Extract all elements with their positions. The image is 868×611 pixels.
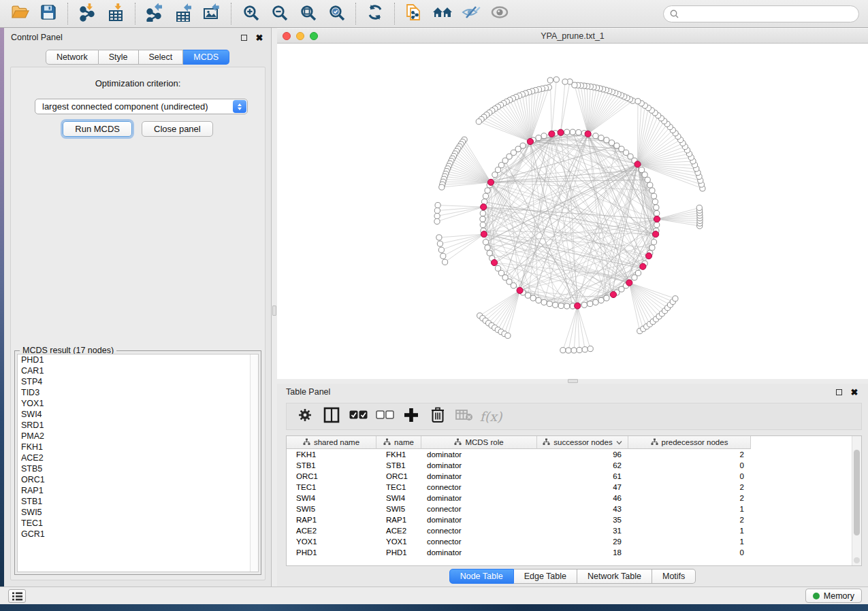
network-window-title: YPA_prune.txt_1 [277,31,868,41]
result-list-item[interactable]: ACE2 [18,452,258,463]
tab-select[interactable]: Select [139,50,184,65]
cell-predecessor_nodes: 1 [628,536,751,547]
first-neighbors-button[interactable] [430,2,455,25]
copy-network-icon [405,3,423,24]
show-all-button[interactable] [487,2,512,25]
copy-network-button[interactable] [402,2,426,25]
save-button[interactable] [36,2,61,25]
horizontal-splitter[interactable] [277,379,868,384]
search-box[interactable] [663,5,859,22]
columns-button[interactable] [321,406,342,427]
tab-network-table[interactable]: Network Table [577,569,652,584]
table-row[interactable]: SWI5SWI5connector431 [287,503,861,514]
column-header-predecessor-nodes[interactable]: predecessor nodes [628,436,751,449]
tab-network[interactable]: Network [46,50,99,65]
close-panel-button[interactable]: Close panel [142,121,213,137]
result-list-item[interactable]: PMA2 [18,431,258,442]
control-panel-close-button[interactable]: ✖ [255,33,264,42]
table-panel-float-button[interactable] [834,387,843,397]
refresh-button[interactable] [363,2,387,25]
memory-button-label: Memory [824,591,854,601]
mcds-result-list[interactable]: PHD1CAR1STP4TID3YOX1SWI4SRD1PMA2FKH1ACE2… [17,354,259,572]
table-scrollbar[interactable] [852,436,861,565]
search-input[interactable] [683,10,846,19]
task-history-button[interactable] [8,589,26,603]
table-row[interactable]: STB1STB1dominator620 [287,460,861,471]
zoom-in-button[interactable] [238,2,263,25]
zoom-fit-button[interactable] [295,2,320,25]
column-header-name[interactable]: name [376,436,421,449]
result-list-item[interactable]: STP4 [18,376,258,387]
result-list-item[interactable]: RAP1 [18,485,258,496]
column-header-label: shared name [314,438,359,446]
control-panel-float-button[interactable] [239,33,248,42]
result-list-item[interactable]: SRD1 [18,420,258,431]
result-list-item[interactable]: SWI5 [18,507,258,518]
column-header-label: name [394,438,414,446]
import-table-disabled-button [454,406,475,427]
cell-shared_name: SWI5 [287,503,376,514]
result-list-item[interactable]: FKH1 [18,442,258,452]
vertical-splitter[interactable] [272,28,277,587]
table-row[interactable]: FKH1FKH1dominator962 [287,449,861,460]
column-header-label: successor nodes [553,438,612,446]
result-list-item[interactable]: GCR1 [18,529,258,540]
zoom-in-icon [242,4,259,24]
table-row[interactable]: ORC1ORC1dominator610 [287,471,861,482]
status-bar: Memory [0,587,868,604]
import-table-button[interactable] [103,2,128,25]
control-panel-tabs: NetworkStyleSelectMCDS [4,50,271,65]
gear-icon [298,408,312,425]
run-mcds-button[interactable]: Run MCDS [63,121,132,137]
result-list-item[interactable]: TID3 [18,387,258,398]
export-image-button[interactable] [199,2,224,25]
criterion-dropdown[interactable]: largest connected component (undirected) [35,99,248,114]
table-row[interactable]: TEC1TEC1connector472 [287,482,861,493]
zoom-out-button[interactable] [267,2,291,25]
result-list-item[interactable]: YOX1 [18,398,258,409]
open-folder-button[interactable] [7,2,32,25]
scrollbar-thumb[interactable] [854,450,860,535]
tab-motifs[interactable]: Motifs [652,569,696,584]
gear-button[interactable] [295,406,315,427]
tab-edge-table[interactable]: Edge Table [514,569,577,584]
result-list-item[interactable]: PHD1 [18,354,258,365]
column-header-shared-name[interactable]: shared name [287,436,376,449]
select-all-button[interactable] [348,406,368,427]
import-network-button[interactable] [75,2,99,25]
delete-button[interactable] [428,406,448,427]
export-network-button[interactable] [142,2,167,25]
result-list-item[interactable]: SWI4 [18,409,258,420]
table-row[interactable]: SWI4SWI4dominator462 [287,493,861,503]
tab-mcds[interactable]: MCDS [183,50,229,65]
tab-node-table[interactable]: Node Table [449,569,514,584]
zoom-selected-button[interactable] [324,2,349,25]
table-row[interactable]: ACE2ACE2connector311 [287,525,861,536]
mcds-result-scrollbar[interactable] [250,354,258,572]
table-row[interactable]: YOX1YOX1connector291 [287,536,861,547]
node-table-header: shared namenameMCDS rolesuccessor nodesp… [287,436,861,449]
column-header-successor-nodes[interactable]: successor nodes [537,436,628,449]
result-list-item[interactable]: TEC1 [18,518,258,529]
cell-shared_name: ACE2 [287,525,376,536]
table-panel-close-button[interactable]: ✖ [850,387,859,397]
cell-name: SWI5 [376,503,421,514]
table-row[interactable]: RAP1RAP1dominator352 [287,514,861,525]
memory-button[interactable]: Memory [805,589,862,603]
result-list-item[interactable]: ORC1 [18,474,258,485]
result-list-item[interactable]: CAR1 [18,365,258,376]
hide-selected-button[interactable] [459,2,483,25]
result-list-item[interactable]: STB5 [18,463,258,474]
deselect-all-icon [376,410,394,423]
export-table-button[interactable] [171,2,195,25]
zoom-fit-icon [300,4,317,24]
tab-style[interactable]: Style [99,50,139,65]
toolbar-separator [394,3,395,24]
deselect-all-button[interactable] [374,406,395,427]
add-button[interactable] [401,406,421,427]
column-header-MCDS-role[interactable]: MCDS role [421,436,537,449]
table-row[interactable]: PHD1PHD1dominator180 [287,547,861,558]
network-canvas[interactable] [277,44,868,378]
dropdown-stepper-icon [233,100,246,113]
result-list-item[interactable]: STB1 [18,496,258,507]
